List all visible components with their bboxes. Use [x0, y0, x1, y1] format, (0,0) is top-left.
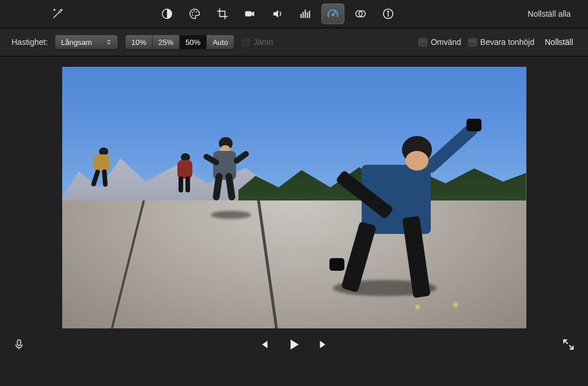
camera-icon[interactable] [238, 3, 261, 24]
svg-point-15 [388, 11, 389, 12]
reverse-label: Omvänd [431, 37, 461, 47]
preserve-pitch-checkbox[interactable] [468, 38, 477, 47]
speedometer-icon[interactable] [321, 3, 344, 24]
speed-preset-value: Långsam [61, 38, 92, 47]
inspector-toolbar: Nollställ alla [0, 0, 588, 28]
svg-rect-16 [17, 340, 21, 346]
next-frame-icon[interactable] [317, 338, 330, 351]
volume-icon[interactable] [266, 3, 289, 24]
speed-preset-select[interactable]: Långsam [55, 35, 118, 50]
microphone-icon[interactable] [13, 337, 25, 352]
video-preview[interactable] [62, 67, 526, 328]
speed-reset-button[interactable]: Nollställ [541, 35, 576, 49]
overlap-circles-icon[interactable] [349, 3, 372, 24]
speed-25-button[interactable]: 25% [153, 35, 180, 49]
smooth-option: Jämn [241, 37, 273, 47]
chevron-updown-icon [105, 38, 113, 46]
inspector-icon-group [155, 3, 400, 24]
play-icon[interactable] [286, 337, 301, 352]
svg-rect-6 [301, 14, 302, 18]
contrast-icon[interactable] [155, 3, 179, 24]
smooth-label: Jämn [253, 37, 273, 47]
speed-50-button[interactable]: 50% [180, 35, 207, 49]
speed-10-button[interactable]: 10% [126, 35, 153, 49]
reverse-option[interactable]: Omvänd [419, 37, 461, 47]
previous-frame-icon[interactable] [257, 338, 270, 351]
svg-rect-7 [302, 12, 304, 18]
svg-point-11 [332, 14, 334, 16]
speed-auto-button[interactable]: Auto [207, 35, 234, 49]
reverse-checkbox[interactable] [419, 38, 427, 47]
svg-point-3 [196, 12, 197, 13]
speed-percent-group: 10% 25% 50% Auto [125, 35, 234, 50]
svg-rect-10 [309, 11, 310, 18]
fullscreen-icon[interactable] [562, 338, 575, 351]
svg-rect-9 [307, 12, 308, 18]
crop-icon[interactable] [211, 3, 234, 24]
transport-bar [0, 328, 588, 361]
svg-rect-8 [305, 10, 306, 18]
svg-point-4 [192, 14, 193, 16]
preserve-pitch-label: Bevara tonhöjd [480, 37, 534, 47]
smooth-checkbox [241, 38, 250, 47]
equalizer-icon[interactable] [294, 3, 317, 24]
svg-point-2 [194, 10, 195, 12]
speed-controls: Hastighet: Långsam 10% 25% 50% Auto Jämn… [0, 28, 588, 56]
reset-all-button[interactable]: Nollställ alla [522, 6, 576, 22]
palette-icon[interactable] [183, 3, 206, 24]
svg-rect-5 [245, 11, 252, 16]
speed-label: Hastighet: [12, 37, 48, 47]
info-icon[interactable] [377, 3, 400, 24]
preserve-pitch-option[interactable]: Bevara tonhöjd [468, 37, 534, 47]
magic-wand-icon[interactable] [46, 3, 69, 24]
svg-point-1 [192, 12, 193, 13]
